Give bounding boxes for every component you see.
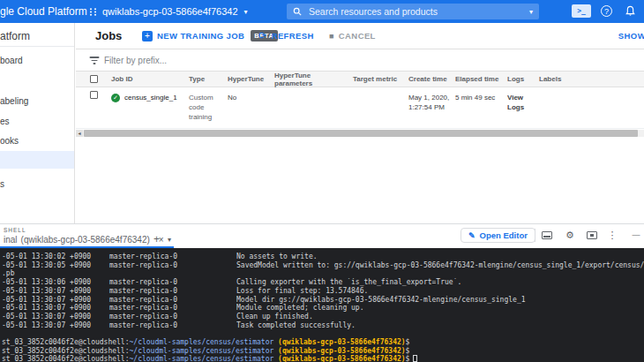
cancel-label: CANCEL bbox=[339, 31, 376, 41]
web-preview-icon[interactable] bbox=[586, 230, 598, 240]
terminal-log: -05-01 13:30:02 +0900master-replica-0No … bbox=[2, 253, 644, 338]
header-divider bbox=[535, 229, 535, 242]
sidebar-item-data-labeling[interactable]: abeling bbox=[0, 92, 75, 109]
column-header-create-time[interactable]: Create time bbox=[408, 75, 455, 83]
search-placeholder: Search resources and products bbox=[309, 6, 529, 17]
terminal-tab-name: inal bbox=[4, 235, 18, 245]
sidebar-item-jobs-selected[interactable] bbox=[0, 151, 75, 169]
ai-platform-sidebar: atform board abeling es ooks s bbox=[0, 23, 75, 223]
project-grid-icon bbox=[88, 7, 98, 17]
column-header-logs[interactable]: Logs bbox=[507, 75, 539, 83]
terminal-prompt-line: st_03_3852c0046f2e@cloudshell:~/cloudml-… bbox=[2, 347, 644, 356]
select-all-cell bbox=[76, 75, 111, 83]
open-editor-label: Open Editor bbox=[480, 230, 528, 240]
refresh-button[interactable]: ⟳ REFRESH bbox=[258, 30, 314, 41]
terminal-log-line: -05-01 13:30:07 +0900master-replica-0Cle… bbox=[2, 313, 644, 321]
column-header-type[interactable]: Type bbox=[189, 75, 228, 83]
table-row[interactable]: ✓ census_single_1 Custom code training N… bbox=[76, 87, 644, 129]
terminal-log-line: -05-01 13:30:07 +0900master-replica-0Los… bbox=[2, 287, 644, 296]
sidebar-item-notebooks[interactable]: ooks bbox=[0, 132, 75, 149]
terminal-tab[interactable]: inal (qwiklabs-gcp-03-5866e4f76342) × bbox=[4, 235, 164, 245]
search-icon bbox=[293, 7, 302, 16]
sidebar-item-dashboard[interactable]: board bbox=[0, 51, 75, 69]
terminal-prompt-line: st_03_3852c0046f2e@cloudshell:~/cloudml-… bbox=[2, 355, 644, 362]
labels-cell bbox=[539, 87, 644, 93]
filter-input[interactable] bbox=[104, 56, 644, 65]
gcp-logo-text[interactable]: gle Cloud Platform bbox=[0, 0, 87, 23]
pencil-icon: ✎ bbox=[468, 231, 476, 240]
hypertune-parameters-cell bbox=[274, 87, 353, 93]
scroll-left-arrow-icon[interactable]: ◂ bbox=[76, 130, 83, 137]
terminal-output[interactable]: -05-01 13:30:02 +0900master-replica-0No … bbox=[0, 248, 644, 362]
column-header-target-metric[interactable]: Target metric bbox=[353, 75, 408, 83]
refresh-icon: ⟳ bbox=[258, 30, 267, 41]
page-title: Jobs bbox=[95, 29, 122, 42]
help-icon[interactable]: ? bbox=[601, 5, 612, 17]
column-header-elapsed-time[interactable]: Elapsed time bbox=[455, 75, 507, 83]
show-info-panel-button[interactable]: SHOW bbox=[618, 31, 644, 41]
new-training-job-button[interactable]: + NEW TRAINING JOB BETA bbox=[142, 30, 278, 41]
cloud-shell-header: SHELL inal (qwiklabs-gcp-03-5866e4f76342… bbox=[0, 223, 644, 248]
sidebar-item-pipelines[interactable]: es bbox=[0, 112, 75, 130]
create-time-cell: May 1, 2020, 1:27:54 PM bbox=[408, 87, 455, 112]
chevron-down-icon: ▾ bbox=[244, 8, 248, 16]
jobs-table-header: Job ID Type HyperTune HyperTune paramete… bbox=[76, 72, 644, 87]
column-header-labels[interactable]: Labels bbox=[539, 75, 644, 83]
minimize-icon[interactable]: — bbox=[630, 230, 642, 240]
gcp-console-screen: gle Cloud Platform qwiklabs-gcp-03-5866e… bbox=[0, 0, 644, 362]
column-header-hypertune[interactable]: HyperTune bbox=[228, 75, 274, 83]
activate-cloud-shell-icon[interactable]: >_ bbox=[572, 4, 591, 18]
cancel-button[interactable]: ■ CANCEL bbox=[329, 31, 376, 41]
elapsed-time-cell: 5 min 49 sec bbox=[455, 87, 507, 102]
sidebar-divider bbox=[0, 46, 75, 47]
hypertune-cell: No bbox=[228, 87, 274, 102]
filter-bar bbox=[76, 50, 644, 72]
refresh-label: REFRESH bbox=[272, 31, 314, 41]
sidebar-section-title: atform bbox=[0, 30, 30, 42]
sidebar-item-models[interactable]: s bbox=[0, 175, 75, 192]
plus-icon: + bbox=[142, 31, 153, 41]
tab-chevron-down-icon[interactable]: ▾ bbox=[168, 236, 171, 244]
job-type-cell: Custom code training bbox=[189, 87, 228, 122]
terminal-prompts: st_03_3852c0046f2e@cloudshell:~/cloudml-… bbox=[2, 338, 644, 362]
terminal-log-line: -05-01 13:30:05 +0900master-replica-0Sav… bbox=[2, 261, 644, 270]
search-input[interactable]: Search resources and products ▾ bbox=[287, 4, 539, 19]
filter-icon bbox=[89, 57, 99, 64]
job-id-text[interactable]: census_single_1 bbox=[124, 93, 177, 102]
terminal-log-line bbox=[2, 329, 644, 338]
terminal-log-line: -05-01 13:30:07 +0900master-replica-0Mod… bbox=[2, 296, 644, 305]
terminal-log-line: -05-01 13:30:07 +0900master-replica-0Tas… bbox=[2, 321, 644, 330]
scrollbar-thumb[interactable] bbox=[84, 130, 638, 137]
terminal-log-line: -05-01 13:30:06 +0900master-replica-0Cal… bbox=[2, 278, 644, 287]
top-navigation-bar: gle Cloud Platform qwiklabs-gcp-03-5866e… bbox=[0, 0, 644, 23]
project-name: qwiklabs-gcp-03-5866e4f76342 bbox=[102, 6, 238, 17]
more-options-icon[interactable]: ⋮ bbox=[606, 230, 618, 240]
terminal-window-icon[interactable] bbox=[541, 230, 553, 240]
stop-icon: ■ bbox=[329, 32, 334, 41]
search-chevron-down-icon[interactable]: ▾ bbox=[529, 8, 533, 16]
select-all-checkbox[interactable] bbox=[90, 75, 98, 83]
jobs-toolbar: Jobs + NEW TRAINING JOB BETA ⟳ REFRESH ■… bbox=[76, 23, 644, 49]
job-id-cell: ✓ census_single_1 bbox=[111, 87, 189, 102]
cloud-shell-panel-label: SHELL bbox=[4, 227, 26, 233]
view-logs-link[interactable]: View Logs bbox=[507, 87, 539, 112]
jobs-page: Jobs + NEW TRAINING JOB BETA ⟳ REFRESH ■… bbox=[76, 23, 644, 223]
new-training-job-label: NEW TRAINING JOB bbox=[157, 31, 244, 41]
horizontal-scrollbar[interactable]: ◂ bbox=[76, 130, 644, 137]
row-select-cell bbox=[76, 87, 111, 99]
column-header-hypertune-parameters[interactable]: HyperTune parameters bbox=[274, 72, 353, 87]
terminal-tab-project: (qwiklabs-gcp-03-5866e4f76342) bbox=[21, 235, 150, 245]
notifications-bell-icon[interactable] bbox=[625, 5, 636, 17]
cloud-shell-panel: SHELL inal (qwiklabs-gcp-03-5866e4f76342… bbox=[0, 223, 644, 362]
project-picker[interactable]: qwiklabs-gcp-03-5866e4f76342 ▾ bbox=[88, 0, 248, 23]
open-editor-button[interactable]: ✎ Open Editor bbox=[461, 228, 535, 243]
terminal-log-line: -05-01 13:30:07 +0900master-replica-0Mod… bbox=[2, 304, 644, 313]
column-header-job-id[interactable]: Job ID bbox=[111, 75, 189, 83]
row-checkbox[interactable] bbox=[90, 91, 98, 99]
target-metric-cell bbox=[353, 87, 408, 93]
settings-gear-icon[interactable]: ⚙ bbox=[564, 230, 576, 240]
terminal-log-line: -05-01 13:30:02 +0900master-replica-0No … bbox=[2, 253, 644, 261]
job-success-icon: ✓ bbox=[111, 94, 120, 102]
terminal-log-line: .pb bbox=[2, 269, 644, 278]
add-tab-icon[interactable]: + bbox=[154, 233, 160, 245]
